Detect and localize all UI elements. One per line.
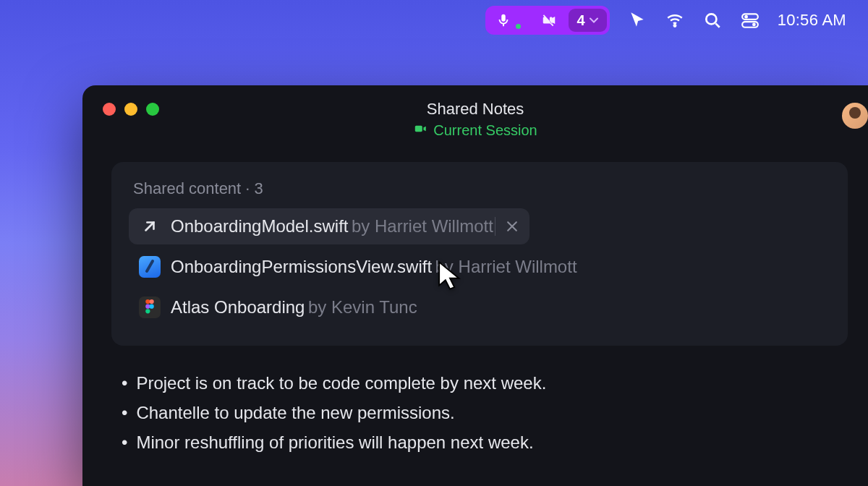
svg-point-1	[706, 14, 716, 24]
content-item[interactable]: Atlas Onboarding by Kevin Tunc	[129, 289, 830, 325]
shared-notes-window: Shared Notes Current Session Shared cont…	[82, 85, 868, 486]
content-item[interactable]: OnboardingPermissionsView.swift by Harri…	[129, 249, 830, 285]
remove-item-button[interactable]	[505, 219, 519, 234]
participants-count[interactable]: 4	[569, 9, 607, 32]
svg-rect-7	[415, 126, 422, 132]
session-indicator[interactable]: Current Session	[413, 122, 537, 139]
svg-line-8	[146, 223, 154, 231]
svg-line-2	[715, 23, 719, 27]
figma-icon	[139, 297, 161, 318]
fullscreen-window-button[interactable]	[146, 103, 159, 116]
system-menubar: 4 10:56 AM	[0, 0, 868, 40]
xcode-icon	[139, 256, 161, 278]
minimize-window-button[interactable]	[124, 103, 137, 116]
session-label: Current Session	[433, 122, 537, 139]
note-bullet: •Project is on track to be code complete…	[111, 369, 839, 398]
svg-point-12	[150, 299, 154, 304]
note-bullet: •Minor reshuffling of priorities will ha…	[111, 428, 839, 458]
svg-point-15	[145, 309, 150, 313]
wifi-icon[interactable]	[665, 10, 685, 30]
window-titlebar: Shared Notes Current Session	[82, 100, 868, 143]
video-icon	[413, 122, 427, 139]
clock[interactable]: 10:56 AM	[778, 11, 846, 30]
search-icon[interactable]	[702, 10, 723, 30]
svg-point-14	[150, 304, 154, 309]
traffic-lights	[103, 103, 159, 116]
file-name: OnboardingModel.swift	[171, 216, 348, 236]
svg-point-4	[744, 15, 748, 19]
author-name: Kevin Tunc	[331, 297, 417, 317]
author-name: Harriet Willmott	[459, 257, 577, 276]
camera-off-icon[interactable]	[534, 12, 564, 28]
title-center: Shared Notes Current Session	[413, 100, 537, 139]
content-list: OnboardingModel.swift by Harriet Willmot…	[129, 208, 830, 325]
cursor-app-icon[interactable]	[627, 10, 647, 30]
file-name: Atlas Onboarding	[171, 297, 305, 317]
author-name: Harriet Willmott	[375, 216, 493, 236]
note-bullet: •Chantelle to update the new permissions…	[111, 398, 839, 428]
participants-number: 4	[577, 12, 585, 29]
call-pill[interactable]: 4	[485, 6, 610, 35]
svg-point-6	[752, 23, 756, 27]
notes-body[interactable]: •Project is on track to be code complete…	[111, 369, 839, 457]
svg-point-0	[673, 25, 676, 27]
file-name: OnboardingPermissionsView.swift	[171, 257, 432, 276]
window-title: Shared Notes	[413, 100, 537, 119]
svg-point-13	[145, 304, 150, 309]
svg-point-11	[145, 299, 150, 304]
shared-content-panel: Shared content · 3 OnboardingModel.swift…	[111, 162, 848, 346]
mic-active-dot	[516, 24, 521, 29]
user-avatar[interactable]	[842, 103, 868, 129]
open-arrow-icon	[139, 216, 161, 237]
panel-title: Shared content · 3	[129, 179, 830, 198]
microphone-icon[interactable]	[488, 12, 529, 28]
close-window-button[interactable]	[103, 103, 116, 116]
control-center-icon[interactable]	[740, 10, 760, 30]
chevron-down-icon	[590, 17, 598, 23]
content-item[interactable]: OnboardingModel.swift by Harriet Willmot…	[129, 208, 529, 244]
